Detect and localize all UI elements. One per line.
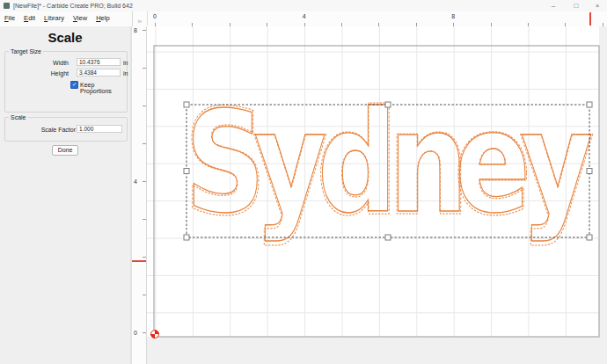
target-size-group-label: Target Size xyxy=(9,48,43,55)
selection-handle[interactable] xyxy=(587,235,592,240)
app-icon xyxy=(4,3,10,9)
origin-marker xyxy=(151,331,159,339)
selection-handle[interactable] xyxy=(184,235,189,240)
selection-handle[interactable] xyxy=(184,102,189,107)
ruler-tick xyxy=(143,181,146,182)
keep-proportions-label: Keep Proportions xyxy=(80,82,127,94)
menu-edit[interactable]: Edit xyxy=(19,11,40,22)
titlebar: [NewFile]* - Carbide Create PRO; Build 6… xyxy=(0,0,607,12)
menubar: FileEditLibraryViewHelp xyxy=(0,11,132,26)
ruler-cursor-marker-y xyxy=(132,260,146,262)
ruler-tick xyxy=(143,30,146,31)
vertical-ruler: 048 xyxy=(132,26,147,364)
close-button[interactable]: × xyxy=(589,1,605,11)
ruler-tick xyxy=(143,68,146,69)
ruler-tick xyxy=(143,106,146,106)
height-unit-label: in xyxy=(123,70,128,76)
vector-letter-y: y xyxy=(521,82,593,244)
selection-handle[interactable] xyxy=(587,102,592,107)
ruler-label: 0 xyxy=(134,329,137,335)
ruler-tick xyxy=(143,257,146,258)
selection-handle[interactable] xyxy=(587,169,592,174)
selection-handle[interactable] xyxy=(385,102,391,107)
scale-panel: Scale Target Size Width in Height in Kee… xyxy=(0,26,132,364)
ruler-unit-label: in xyxy=(133,11,148,25)
selection-handle[interactable] xyxy=(385,235,391,240)
ruler-label: 4 xyxy=(134,178,137,184)
window-title: [NewFile]* - Carbide Create PRO; Build 6… xyxy=(13,3,133,9)
ruler-tick xyxy=(143,332,146,333)
ruler-tick xyxy=(143,219,146,220)
done-button[interactable]: Done xyxy=(52,145,78,156)
target-size-group: Target Size Width in Height in Keep Prop… xyxy=(4,51,128,113)
width-unit-label: in xyxy=(123,60,128,66)
menu-library[interactable]: Library xyxy=(40,11,69,22)
design-canvas[interactable]: SSyyddnneeyy xyxy=(147,26,607,364)
scale-factor-label: Scale Factor xyxy=(41,127,76,133)
menu-file[interactable]: File xyxy=(0,11,19,22)
width-label: Width xyxy=(53,60,69,66)
app-window: [NewFile]* - Carbide Create PRO; Build 6… xyxy=(0,0,607,364)
menu-view[interactable]: View xyxy=(69,11,91,22)
keep-proportions-checkbox[interactable] xyxy=(70,81,78,89)
menu-help[interactable]: Help xyxy=(91,11,113,22)
panel-title: Scale xyxy=(0,30,130,45)
ruler-cursor-marker-x xyxy=(589,12,591,25)
scale-group: Scale Scale Factor xyxy=(4,117,128,142)
horizontal-ruler: in 048 xyxy=(132,11,607,27)
height-input[interactable] xyxy=(77,69,121,76)
ruler-tick xyxy=(143,295,146,295)
ruler-label: 4 xyxy=(303,13,306,19)
ruler-label: 8 xyxy=(451,13,455,19)
maximize-button[interactable]: □ xyxy=(568,1,584,11)
selection-handle[interactable] xyxy=(184,169,189,174)
ruler-label: 0 xyxy=(153,13,157,19)
width-input[interactable] xyxy=(77,58,121,66)
scale-factor-input[interactable] xyxy=(77,125,122,133)
height-label: Height xyxy=(51,70,69,76)
minimize-button[interactable]: – xyxy=(545,1,561,11)
ruler-label: 8 xyxy=(134,27,137,33)
ruler-tick xyxy=(143,143,146,144)
scale-group-label: Scale xyxy=(9,114,28,120)
